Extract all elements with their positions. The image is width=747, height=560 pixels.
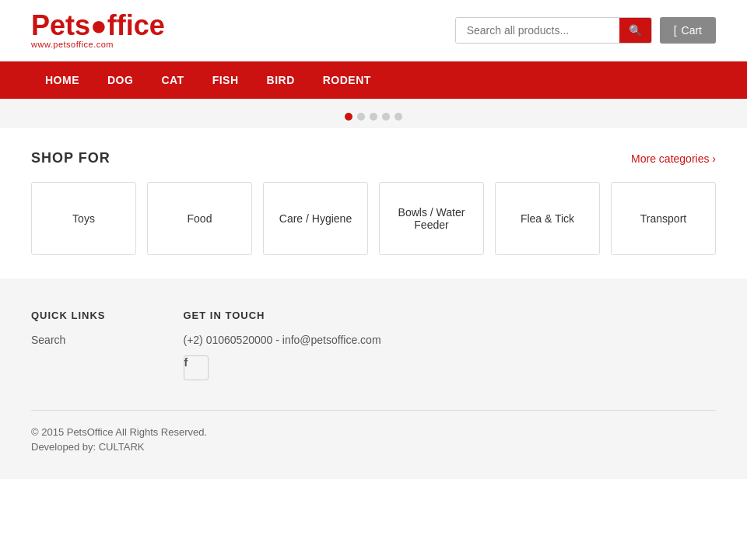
logo-domain: www.petsoffice.com: [31, 40, 114, 49]
nav-item-dog[interactable]: DOG: [93, 61, 147, 99]
footer-bottom: © 2015 PetsOffice All Rights Reserved. D…: [31, 410, 716, 453]
categories-grid: Toys Food Care / Hygiene Bowls / Water F…: [31, 182, 716, 255]
footer-contact: (+2) 01060520000 - info@petsoffice.com: [184, 334, 381, 346]
quick-links-title: QUICK LINKS: [31, 310, 106, 321]
nav-item-rodent[interactable]: RODENT: [309, 61, 385, 99]
nav-item-fish[interactable]: FISH: [198, 61, 253, 99]
shop-title: SHOP FOR: [31, 150, 110, 166]
category-food[interactable]: Food: [147, 182, 252, 255]
facebook-icon[interactable]: f: [184, 355, 209, 380]
logo-area: Pets●ffice www.petsoffice.com: [31, 12, 165, 49]
cart-label: Cart: [682, 24, 702, 37]
slider-dot-5[interactable]: [395, 113, 402, 121]
footer-copyright: © 2015 PetsOffice All Rights Reserved.: [31, 426, 716, 438]
footer-search-link[interactable]: Search: [31, 334, 106, 346]
nav-item-bird[interactable]: BIRD: [253, 61, 309, 99]
search-input[interactable]: [456, 18, 619, 43]
slider-dot-2[interactable]: [357, 113, 365, 121]
header-right: 🔍 [ Cart: [455, 17, 716, 44]
logo-wrapper: Pets●ffice www.petsoffice.com: [31, 12, 165, 49]
search-bar: 🔍: [455, 17, 652, 44]
footer-top: QUICK LINKS Search GET IN TOUCH (+2) 010…: [31, 310, 716, 410]
logo-main: Pets●ffice: [31, 12, 165, 40]
nav-item-home[interactable]: HOME: [31, 61, 93, 99]
slider-dots: [0, 99, 747, 128]
footer-get-in-touch: GET IN TOUCH (+2) 01060520000 - info@pet…: [184, 310, 381, 387]
slider-dot-1[interactable]: [345, 113, 352, 121]
footer-developer: Developed by: CULTARK: [31, 441, 716, 453]
header: Pets●ffice www.petsoffice.com 🔍 [ Cart: [0, 0, 747, 61]
get-in-touch-title: GET IN TOUCH: [184, 310, 381, 321]
nav-item-cat[interactable]: CAT: [147, 61, 198, 99]
cart-icon: [: [674, 24, 677, 37]
footer-quick-links: QUICK LINKS Search: [31, 310, 106, 387]
search-icon: 🔍: [629, 24, 642, 37]
main-nav: HOME DOG CAT FISH BIRD RODENT: [0, 61, 747, 99]
footer: QUICK LINKS Search GET IN TOUCH (+2) 010…: [0, 278, 747, 479]
category-toys[interactable]: Toys: [31, 182, 136, 255]
category-care-hygiene[interactable]: Care / Hygiene: [263, 182, 368, 255]
more-categories-link[interactable]: More categories ›: [631, 152, 716, 165]
shop-section: SHOP FOR More categories › Toys Food Car…: [0, 128, 747, 278]
slider-dot-3[interactable]: [370, 113, 377, 121]
cart-button[interactable]: [ Cart: [660, 17, 716, 44]
category-bowls[interactable]: Bowls / Water Feeder: [379, 182, 484, 255]
shop-header: SHOP FOR More categories ›: [31, 150, 716, 166]
category-flea-tick[interactable]: Flea & Tick: [495, 182, 600, 255]
slider-dot-4[interactable]: [382, 113, 390, 121]
search-button[interactable]: 🔍: [619, 18, 651, 43]
category-transport[interactable]: Transport: [611, 182, 716, 255]
